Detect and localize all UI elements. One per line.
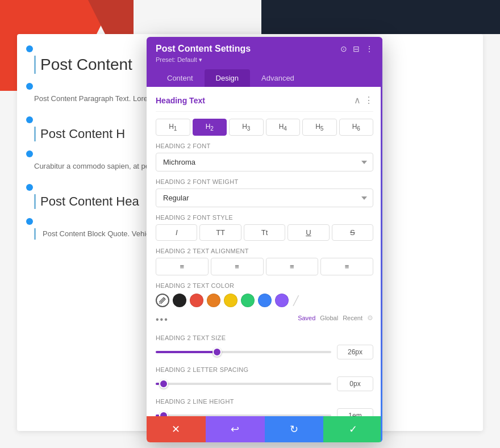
style-underline-btn[interactable]: U xyxy=(288,224,329,241)
preset-label[interactable]: Preset: Default ▾ xyxy=(156,56,373,64)
heading-tab-h2[interactable]: H2 xyxy=(193,119,227,136)
color-tab-row: Saved Global Recent ⚙ xyxy=(298,314,373,322)
modal-body: Heading Text ∧ ⋮ H1 H2 H3 H4 H5 H6 Headi… xyxy=(147,87,382,416)
more-colors-btn[interactable]: ••• xyxy=(156,315,169,325)
modal-title: Post Content Settings xyxy=(156,44,251,54)
color-settings-icon[interactable]: ⚙ xyxy=(367,314,373,322)
target-icon[interactable]: ⊙ xyxy=(340,44,347,53)
size-input[interactable] xyxy=(337,345,373,359)
spacing-slider-row xyxy=(156,376,373,391)
spacing-input[interactable] xyxy=(337,376,373,391)
style-italic-btn[interactable]: I xyxy=(156,224,197,241)
style-uppercase-btn[interactable]: TT xyxy=(199,224,241,241)
style-strikethrough-btn[interactable]: S xyxy=(332,224,373,241)
alignment-label: Heading 2 Text Alignment xyxy=(156,248,373,254)
font-label: Heading 2 Font xyxy=(156,143,373,149)
color-swatch-purple[interactable] xyxy=(275,294,289,307)
edit-indicator-2 xyxy=(26,83,33,90)
color-swatch-orange[interactable] xyxy=(207,294,220,307)
size-slider-fill xyxy=(156,351,217,353)
heading-level-tabs: H1 H2 H3 H4 H5 H6 xyxy=(156,119,373,136)
settings-modal: Post Content Settings ⊙ ⊟ ⋮ Preset: Defa… xyxy=(147,37,382,442)
font-style-label: Heading 2 Font Style xyxy=(156,214,373,221)
spacing-label: Heading 2 Letter Spacing xyxy=(156,366,373,373)
lineheight-slider-thumb[interactable] xyxy=(159,411,168,416)
heading-tab-h3[interactable]: H3 xyxy=(229,119,264,136)
color-swatch-yellow[interactable] xyxy=(224,294,238,307)
tab-advanced[interactable]: Advanced xyxy=(250,69,306,87)
heading-tab-h4[interactable]: H4 xyxy=(266,119,301,136)
tab-design[interactable]: Design xyxy=(205,69,250,87)
edit-indicator xyxy=(26,45,33,52)
size-slider-track[interactable] xyxy=(156,351,331,353)
edit-indicator-4 xyxy=(26,150,33,157)
modal-header-actions: ⊙ ⊟ ⋮ xyxy=(340,44,373,53)
modal-scroll-bar xyxy=(381,37,382,442)
edit-indicator-5 xyxy=(26,184,33,191)
font-style-buttons: I TT Tt U S xyxy=(156,224,373,241)
heading-tab-h1[interactable]: H1 xyxy=(156,119,190,136)
more-options-icon[interactable]: ⋮ xyxy=(365,44,373,53)
bg-dark-shape xyxy=(261,0,500,34)
collapse-icon[interactable]: ∧ xyxy=(354,95,361,106)
modal-footer: ✕ ↩ ↻ ✓ xyxy=(147,416,382,442)
modal-header: Post Content Settings ⊙ ⊟ ⋮ Preset: Defa… xyxy=(147,37,382,87)
color-swatch-black[interactable] xyxy=(173,294,186,307)
lineheight-slider-row xyxy=(156,408,373,416)
lineheight-input[interactable] xyxy=(337,408,373,416)
color-tab-recent[interactable]: Recent xyxy=(343,315,363,321)
edit-indicator-6 xyxy=(26,218,33,225)
color-tab-global[interactable]: Global xyxy=(320,315,338,321)
color-swatches: ╱ xyxy=(156,294,373,307)
heading-tab-h6[interactable]: H6 xyxy=(339,119,374,136)
confirm-button[interactable]: ✓ xyxy=(323,416,382,442)
align-left-btn[interactable]: ≡ xyxy=(156,258,209,275)
color-tab-saved[interactable]: Saved xyxy=(298,315,315,321)
redo-button[interactable]: ↻ xyxy=(265,416,324,442)
spacing-slider-thumb[interactable] xyxy=(159,379,168,388)
color-swatch-blue[interactable] xyxy=(258,294,272,307)
font-select[interactable]: Michroma xyxy=(156,153,373,171)
size-slider-thumb[interactable] xyxy=(213,347,222,357)
section-title: Heading Text xyxy=(156,96,205,105)
edit-indicator-3 xyxy=(26,116,33,123)
size-label: Heading 2 Text Size xyxy=(156,334,373,341)
color-edit-icon[interactable]: ╱ xyxy=(293,295,299,306)
spacing-slider-track[interactable] xyxy=(156,383,331,385)
align-justify-btn[interactable]: ≡ xyxy=(320,258,373,275)
undo-button[interactable]: ↩ xyxy=(206,416,265,442)
color-label: Heading 2 Text Color xyxy=(156,282,373,289)
heading-tab-h5[interactable]: H5 xyxy=(302,119,337,136)
color-swatch-red[interactable] xyxy=(190,294,203,307)
tab-content[interactable]: Content xyxy=(156,69,205,87)
cancel-button[interactable]: ✕ xyxy=(147,416,206,442)
section-heading-text: Heading Text ∧ ⋮ xyxy=(156,87,373,112)
font-weight-label: Heading 2 Font Weight xyxy=(156,178,373,185)
font-weight-select[interactable]: Regular xyxy=(156,189,373,207)
align-right-btn[interactable]: ≡ xyxy=(266,258,319,275)
modal-tabs: Content Design Advanced xyxy=(156,69,373,87)
section-actions: ∧ ⋮ xyxy=(354,95,373,106)
align-center-btn[interactable]: ≡ xyxy=(211,258,264,275)
color-picker-button[interactable] xyxy=(156,294,169,307)
size-slider-row xyxy=(156,345,373,359)
color-swatch-green[interactable] xyxy=(241,294,255,307)
alignment-buttons: ≡ ≡ ≡ ≡ xyxy=(156,258,373,275)
lineheight-slider-track[interactable] xyxy=(156,414,331,416)
columns-icon[interactable]: ⊟ xyxy=(353,44,360,53)
section-menu-icon[interactable]: ⋮ xyxy=(364,95,373,106)
style-capitalize-btn[interactable]: Tt xyxy=(244,224,285,241)
lineheight-label: Heading 2 Line Height xyxy=(156,398,373,405)
